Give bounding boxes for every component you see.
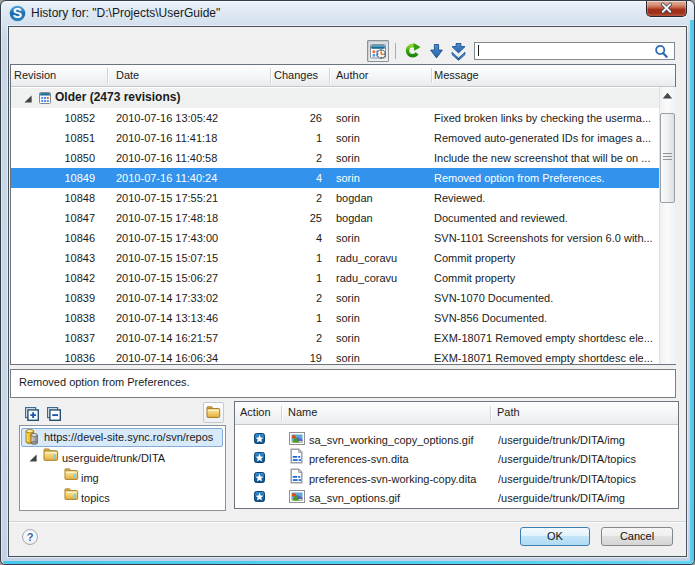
- svg-text:S: S: [13, 5, 22, 21]
